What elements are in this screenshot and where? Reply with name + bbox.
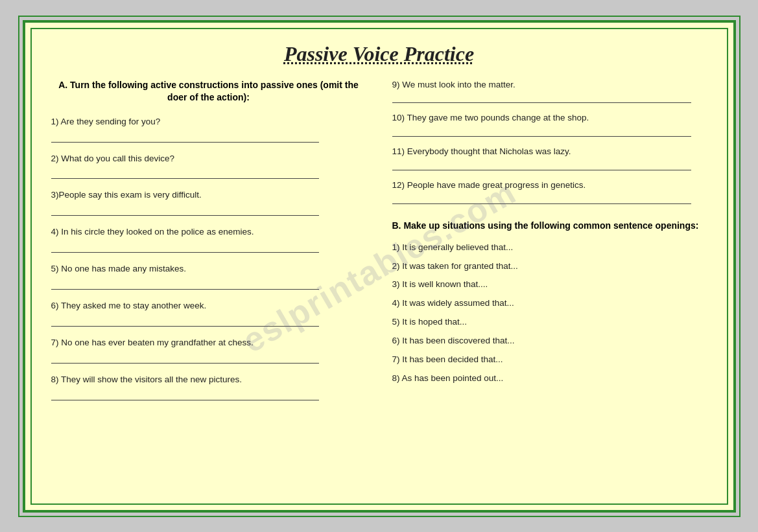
- right-answer-line: [392, 128, 692, 137]
- question-text: 4) In his circle they looked on the poli…: [51, 226, 366, 238]
- answer-line: [51, 133, 319, 143]
- right-question-text: 10) They gave me two pounds change at th…: [392, 112, 707, 124]
- section-b-item-7: 7) It has been decided that...: [392, 354, 707, 366]
- answer-line: [51, 207, 319, 216]
- page-title: Passive Voice Practice: [51, 42, 707, 66]
- answer-line: [51, 244, 319, 253]
- section-b-item-2: 2) It was taken for granted that...: [392, 260, 707, 273]
- right-question-text: 11) Everybody thought that Nicholas was …: [392, 146, 707, 158]
- right-question-item-11: 11) Everybody thought that Nicholas was …: [392, 146, 707, 170]
- content-wrapper: A. Turn the following active constructio…: [51, 79, 707, 411]
- question-text: 6) They asked me to stay another week.: [51, 300, 366, 312]
- right-question-item-10: 10) They gave me two pounds change at th…: [392, 112, 707, 137]
- right-answer-line: [392, 195, 692, 204]
- question-text: 2) What do you call this device?: [51, 153, 366, 165]
- question-text: 3)People say this exam is very difficult…: [51, 189, 366, 202]
- question-item-8: 8) They will show the visitors all the n…: [51, 374, 366, 400]
- right-question-text: 9) We must look into the matter.: [392, 79, 707, 91]
- section-a-heading: A. Turn the following active constructio…: [51, 79, 366, 104]
- section-b-item-5: 5) It is hoped that...: [392, 316, 707, 329]
- section-b-item-4: 4) It was widely assumed that...: [392, 297, 707, 310]
- worksheet-page: eslprintables.com Passive Voice Practice…: [23, 20, 736, 513]
- answer-line: [51, 170, 319, 179]
- section-b-item-6: 6) It has been discovered that...: [392, 335, 707, 347]
- right-answer-line: [392, 94, 692, 103]
- question-text: 1) Are they sending for you?: [51, 116, 366, 128]
- section-b-items: 1) It is generally believed that...2) It…: [392, 242, 707, 385]
- section-b-heading: B. Make up situations using the followin…: [392, 220, 707, 233]
- answer-line: [51, 281, 319, 290]
- right-question-text: 12) People have made great progress in g…: [392, 179, 707, 192]
- section-b: B. Make up situations using the followin…: [392, 220, 707, 385]
- right-answer-line: [392, 161, 692, 170]
- question-item-2: 2) What do you call this device?: [51, 153, 366, 179]
- right-question-item-9: 9) We must look into the matter.: [392, 79, 707, 104]
- right-column: 9) We must look into the matter. 10) The…: [392, 79, 707, 411]
- question-item-1: 1) Are they sending for you?: [51, 116, 366, 143]
- question-item-5: 5) No one has made any mistakes.: [51, 263, 366, 290]
- question-item-3: 3)People say this exam is very difficult…: [51, 189, 366, 216]
- question-item-7: 7) No one has ever beaten my grandfather…: [51, 337, 366, 364]
- section-b-item-8: 8) As has been pointed out...: [392, 373, 707, 385]
- question-item-6: 6) They asked me to stay another week.: [51, 300, 366, 327]
- question-text: 8) They will show the visitors all the n…: [51, 374, 366, 386]
- question-text: 7) No one has ever beaten my grandfather…: [51, 337, 366, 349]
- question-item-4: 4) In his circle they looked on the poli…: [51, 226, 366, 253]
- answer-line: [51, 354, 319, 364]
- right-question-item-12: 12) People have made great progress in g…: [392, 179, 707, 204]
- section-b-item-1: 1) It is generally believed that...: [392, 242, 707, 254]
- section-a-questions: 1) Are they sending for you? 2) What do …: [51, 116, 366, 400]
- answer-line: [51, 318, 319, 327]
- section-a-right-questions: 9) We must look into the matter. 10) The…: [392, 79, 707, 205]
- left-column: A. Turn the following active constructio…: [51, 79, 366, 411]
- question-text: 5) No one has made any mistakes.: [51, 263, 366, 275]
- section-b-item-3: 3) It is well known that....: [392, 279, 707, 291]
- answer-line: [51, 391, 319, 400]
